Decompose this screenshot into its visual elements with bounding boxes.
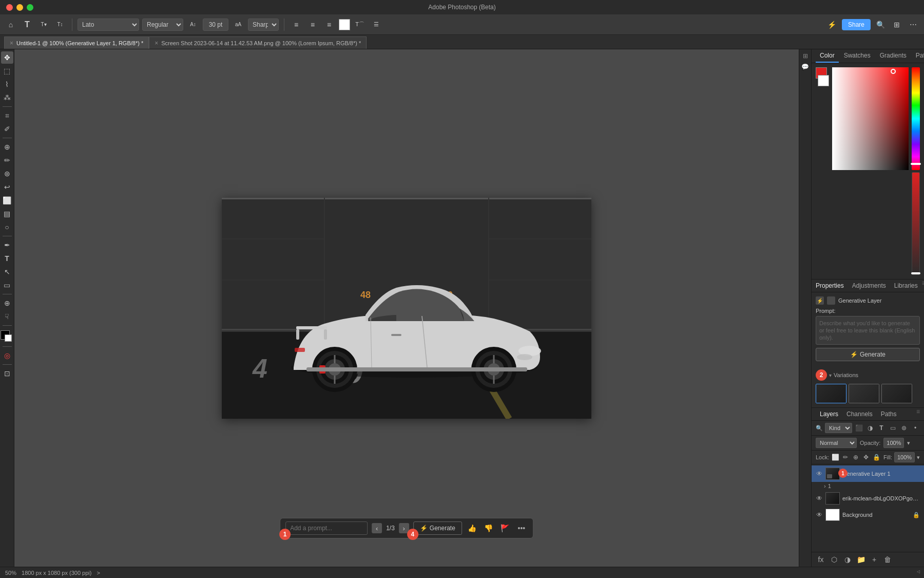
layer-item-generative[interactable]: 👁 1 Generative Layer 1 [812,465,924,482]
text-options-icon[interactable]: T▾ [37,18,50,31]
marquee-tool[interactable]: ⬚ [1,65,13,77]
lasso-tool[interactable]: ⌇ [1,78,13,90]
layer-3-visibility[interactable]: 👁 [816,511,823,518]
tab-1[interactable]: × Untitled-1 @ 100% (Generative Layer 1,… [4,36,149,49]
adjustment-button[interactable]: ◑ [842,554,853,565]
dodge-tool[interactable]: ○ [1,221,13,233]
opacity-chevron[interactable]: ▾ [907,440,910,446]
text-transform-icon[interactable]: T↕ [53,18,67,31]
workspace-icon[interactable]: ⊞ [890,18,903,31]
color-picker[interactable] [832,67,909,170]
move-tool[interactable]: ✥ [1,51,13,64]
layer-pixel-icon[interactable]: ⬛ [854,423,863,433]
fill-input[interactable] [894,452,915,462]
lock-position-icon[interactable]: ✥ [862,453,870,461]
layer-type-filter[interactable]: Kind [825,423,852,433]
layer-adjustment-icon[interactable]: ◑ [865,423,875,433]
tab-1-close[interactable]: × [10,40,13,47]
color-tab[interactable]: Color [816,49,839,63]
text-options-panel-icon[interactable]: ☰ [370,18,383,31]
align-left-icon[interactable]: ≡ [290,18,303,31]
opacity-slider[interactable] [912,172,920,275]
more-options-button[interactable]: ••• [515,522,528,534]
comments-icon[interactable]: 💬 [801,62,810,71]
text-tool-icon[interactable]: T [21,18,34,31]
font-style-select[interactable]: Regular [142,18,183,31]
eyedropper-tool[interactable]: ✐ [1,123,13,135]
tab-2-close[interactable]: × [155,40,158,47]
thumbs-up-button[interactable]: 👍 [466,522,478,534]
properties-expand[interactable]: ≡ [922,279,924,292]
align-right-icon[interactable]: ≡ [322,18,336,31]
lock-all-icon[interactable]: 🔒 [872,453,880,461]
properties-generate-button[interactable]: ⚡ Generate [816,348,920,361]
swatches-tab[interactable]: Swatches [840,49,875,63]
ai-icon[interactable]: ⚡ [825,18,839,31]
properties-toggle-icon[interactable]: ⊞ [801,51,810,61]
lock-artboard-icon[interactable]: ⊕ [852,453,860,461]
generate-button[interactable]: ⚡ Generate [413,521,462,535]
blend-mode-select[interactable]: Normal [816,438,857,448]
magic-wand-tool[interactable]: ⁂ [1,91,13,104]
flag-button[interactable]: 🚩 [499,522,511,534]
prompt-input[interactable] [285,521,368,535]
home-icon[interactable]: ⌂ [4,18,17,31]
libraries-tab[interactable]: Libraries [890,279,922,292]
channels-tab[interactable]: Channels [842,408,877,420]
more-icon[interactable]: ⋯ [907,18,920,31]
properties-tab[interactable]: Properties [812,279,848,292]
align-center-icon[interactable]: ≡ [306,18,319,31]
group-chevron-icon[interactable]: › [824,483,826,489]
zoom-tool[interactable]: ⊕ [1,297,13,309]
screen-mode-tool[interactable]: ⊡ [1,367,13,380]
new-group-button[interactable]: 📁 [856,554,866,565]
paths-tab[interactable]: Paths [877,408,901,420]
hand-tool[interactable]: ☟ [1,310,13,323]
add-mask-button[interactable]: ⬡ [829,554,839,565]
layers-expand[interactable]: ≡ [916,408,920,420]
brush-tool[interactable]: ✏ [1,154,13,166]
crop-tool[interactable]: ⌗ [1,109,13,122]
layer-shape-icon[interactable]: ▭ [888,423,897,433]
patterns-tab[interactable]: Patterns [912,49,924,63]
adjustments-tab[interactable]: Adjustments [848,279,890,292]
search-icon[interactable]: 🔍 [874,18,887,31]
variation-thumb-2[interactable] [849,384,879,403]
shape-tool[interactable]: ▭ [1,279,13,291]
new-layer-button[interactable]: + [869,554,879,565]
gradients-tab[interactable]: Gradients [876,49,911,63]
variation-thumb-3[interactable] [881,384,912,403]
text-tool[interactable]: T [1,252,13,265]
eraser-tool[interactable]: ⬜ [1,194,13,207]
warp-text-icon[interactable]: T⌒ [353,18,367,31]
variation-thumb-1[interactable] [816,384,846,403]
close-button[interactable] [6,4,13,11]
opacity-input[interactable] [883,438,904,448]
layer-item-background[interactable]: 👁 Background 🔒 [812,507,924,523]
layer-smart-icon[interactable]: ⊛ [899,423,909,433]
background-color[interactable] [5,334,12,342]
layer-artboard-icon[interactable]: • [911,423,920,433]
hue-slider[interactable] [912,67,920,170]
color-swatch[interactable] [1,330,14,344]
clone-stamp-tool[interactable]: ⊛ [1,167,13,180]
prev-variation-button[interactable]: ‹ [372,523,382,533]
maximize-button[interactable] [27,4,33,11]
pen-tool[interactable]: ✒ [1,239,13,251]
layers-tab[interactable]: Layers [816,408,842,420]
fx-button[interactable]: fx [816,554,826,565]
tab-2[interactable]: × Screen Shot 2023-06-14 at 11.42.53 AM.… [149,36,367,49]
layer-item-photo[interactable]: 👁 erik-mclean-dbLgODXOPgo-unsplash [812,490,924,507]
history-brush-tool[interactable]: ↩ [1,181,13,193]
prompt-textarea[interactable]: Describe what you'd like to generate or … [816,316,920,345]
share-button[interactable]: Share [842,19,871,30]
spot-heal-tool[interactable]: ⊕ [1,141,13,153]
lock-transparent-icon[interactable]: ⬜ [831,453,839,461]
layer-text-icon[interactable]: T [877,423,886,433]
font-family-select[interactable]: Lato [78,18,139,31]
minimize-button[interactable] [16,4,23,11]
quick-mask-tool[interactable]: ◎ [1,349,13,362]
layer-1-visibility[interactable]: 👁 [816,470,823,477]
text-color-box[interactable] [339,19,350,30]
font-size-input[interactable] [203,18,228,31]
